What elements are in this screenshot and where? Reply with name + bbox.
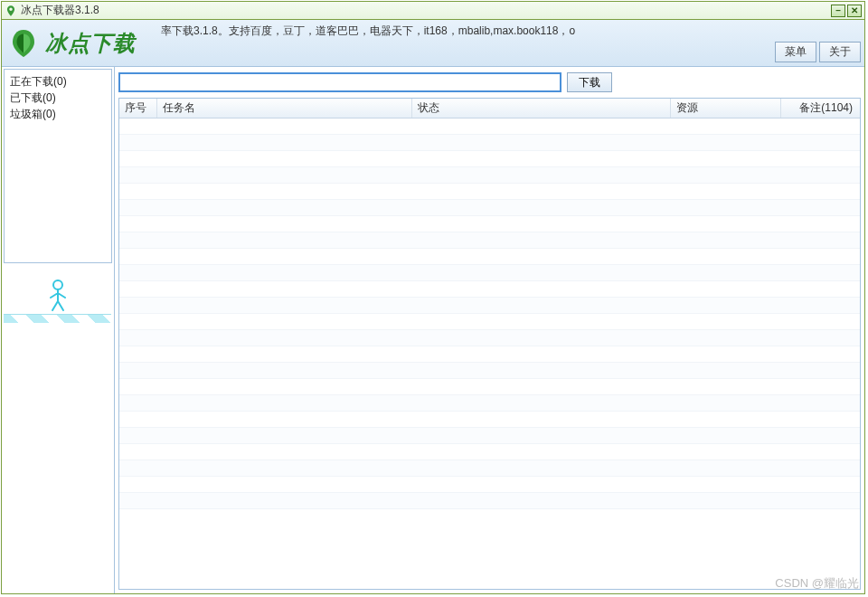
table-row (119, 428, 860, 444)
header-description: 率下载3.1.8。支持百度，豆丁，道客巴巴，电器天下，it168，mbalib,… (161, 20, 859, 39)
url-input[interactable] (118, 72, 561, 92)
table-row (119, 265, 860, 281)
main-panel: 下载 序号 任务名 状态 资源 备注(1104) (115, 67, 864, 593)
url-row: 下载 (118, 71, 861, 98)
menu-button[interactable]: 菜单 (775, 42, 816, 62)
table-row (119, 216, 860, 232)
table-row (119, 460, 860, 477)
header-buttons: 菜单 关于 (772, 42, 861, 62)
sidebar-item-downloaded[interactable]: 已下载(0) (10, 90, 106, 106)
table-row (119, 346, 860, 363)
table-row (119, 249, 860, 265)
body: 正在下载(0) 已下载(0) 垃圾箱(0) 下载 (2, 67, 864, 593)
task-table: 序号 任务名 状态 资源 备注(1104) (118, 98, 861, 590)
table-row (119, 167, 860, 184)
window-title: 冰点下载器3.1.8 (21, 3, 829, 18)
table-row (119, 232, 860, 249)
logo-icon (7, 27, 40, 60)
sidebar-item-trash[interactable]: 垃圾箱(0) (10, 106, 106, 122)
table-row (119, 200, 860, 216)
sidebar: 正在下载(0) 已下载(0) 垃圾箱(0) (2, 67, 115, 593)
table-header: 序号 任务名 状态 资源 备注(1104) (119, 99, 860, 118)
table-row (119, 135, 860, 151)
logo-text: 冰点下载 (45, 29, 136, 58)
col-resource[interactable]: 资源 (671, 99, 781, 118)
ad-banner[interactable] (4, 269, 111, 323)
ad-figure-icon (40, 278, 76, 314)
table-row (119, 493, 860, 509)
status-panel: 正在下载(0) 已下载(0) 垃圾箱(0) (4, 69, 112, 263)
download-button[interactable]: 下载 (567, 72, 612, 92)
header: 冰点下载 率下载3.1.8。支持百度，豆丁，道客巴巴，电器天下，it168，mb… (2, 20, 864, 67)
table-row (119, 444, 860, 460)
close-button[interactable]: ✕ (847, 5, 862, 17)
about-button[interactable]: 关于 (819, 42, 861, 62)
table-body (119, 118, 860, 589)
table-row (119, 184, 860, 200)
svg-point-0 (53, 280, 62, 289)
table-row (119, 477, 860, 493)
sidebar-item-downloading[interactable]: 正在下载(0) (10, 73, 106, 90)
table-row (119, 363, 860, 379)
table-row (119, 298, 860, 314)
minimize-button[interactable]: – (831, 5, 845, 17)
col-seq[interactable]: 序号 (119, 99, 157, 118)
app-window: 冰点下载器3.1.8 – ✕ 冰点下载 率下载3.1.8。支持百度，豆丁，道客巴… (1, 1, 865, 594)
table-row (119, 412, 860, 428)
app-icon (5, 5, 17, 17)
table-row (119, 281, 860, 298)
ad-stripe (4, 314, 111, 323)
table-row (119, 395, 860, 412)
table-row (119, 118, 860, 135)
col-note[interactable]: 备注(1104) (781, 99, 860, 118)
titlebar: 冰点下载器3.1.8 – ✕ (2, 2, 864, 20)
table-row (119, 314, 860, 330)
table-row (119, 379, 860, 395)
col-status[interactable]: 状态 (412, 99, 671, 118)
table-row (119, 330, 860, 346)
col-task[interactable]: 任务名 (157, 99, 412, 118)
table-row (119, 151, 860, 167)
logo-area: 冰点下载 (7, 27, 161, 60)
